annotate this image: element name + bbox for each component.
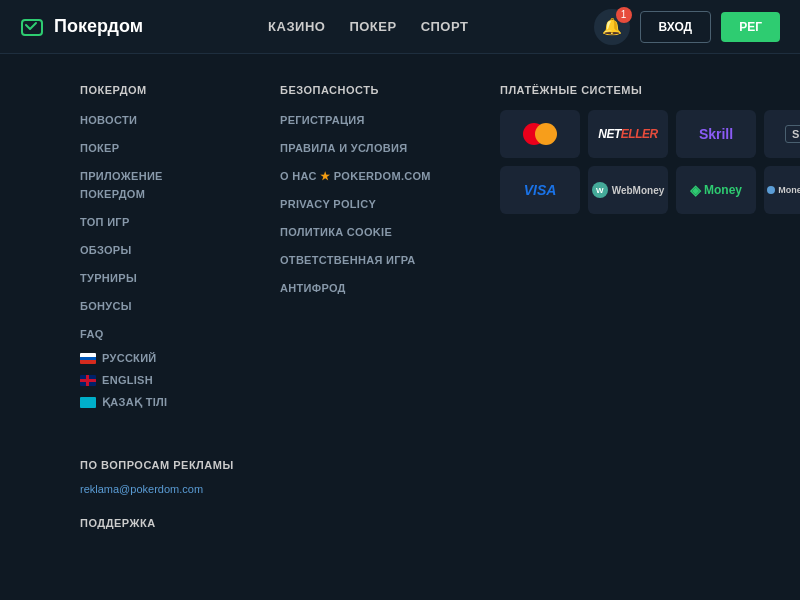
pokerdom-column: ПОКЕРДОМ НОВОСТИ ПОКЕР ПРИЛОЖЕНИЕ ПОКЕРД… [80,84,220,419]
main-content: ПОКЕРДОМ НОВОСТИ ПОКЕР ПРИЛОЖЕНИЕ ПОКЕРД… [0,54,800,567]
money-logo: ◈ Money [690,182,742,198]
list-item: АНТИФРОД [280,278,440,296]
header: Покердом КАЗИНО ПОКЕР СПОРТ 🔔 1 ВХОД РЕГ [0,0,800,54]
lang-en[interactable]: ENGLISH [80,374,220,386]
security-column: БЕЗОПАСНОСТЬ РЕГИСТРАЦИЯ ПРАВИЛА И УСЛОВ… [280,84,440,419]
flag-en [80,375,96,386]
link-app[interactable]: ПРИЛОЖЕНИЕ ПОКЕРДОМ [80,170,163,200]
link-poker[interactable]: ПОКЕР [80,142,119,154]
payments-column-title: ПЛАТЁЖНЫЕ СИСТЕМЫ [500,84,800,96]
link-news[interactable]: НОВОСТИ [80,114,137,126]
security-links: РЕГИСТРАЦИЯ ПРАВИЛА И УСЛОВИЯ О НАС ★ PO… [280,110,440,296]
lang-kz[interactable]: ҚАЗАҚ ТІЛІ [80,396,220,409]
payment-skrill[interactable]: Skrill [676,110,756,158]
link-responsible[interactable]: ОТВЕТСТВЕННАЯ ИГРА [280,254,416,266]
link-tournaments[interactable]: ТУРНИРЫ [80,272,137,284]
columns: ПОКЕРДОМ НОВОСТИ ПОКЕР ПРИЛОЖЕНИЕ ПОКЕРД… [80,84,720,419]
logo-text: Покердом [54,16,143,37]
list-item: ENGLISH [80,374,220,386]
payment-mastercard[interactable] [500,110,580,158]
webmoney-logo: W WebMoney [592,182,665,198]
payment-webmoney[interactable]: W WebMoney [588,166,668,214]
pokerdom-column-title: ПОКЕРДОМ [80,84,220,96]
link-faq[interactable]: FAQ [80,328,104,340]
pokerdom-links: НОВОСТИ ПОКЕР ПРИЛОЖЕНИЕ ПОКЕРДОМ ТОП ИГ… [80,110,220,409]
money-icon: ◈ [690,182,701,198]
list-item: ОТВЕТСТВЕННАЯ ИГРА [280,250,440,268]
link-antifraud[interactable]: АНТИФРОД [280,282,346,294]
list-item: ТУРНИРЫ [80,268,220,286]
link-about[interactable]: О НАС ★ POKERDOM.COM [280,170,431,182]
sms-logo: SMS [785,125,800,143]
payment-grid: NETELLER Skrill SMS VISA [500,110,800,214]
flag-kz [80,397,96,408]
header-right: 🔔 1 ВХОД РЕГ [594,9,780,45]
list-item: ҚАЗАҚ ТІЛІ [80,396,220,409]
support-title: ПОДДЕРЖКА [80,517,720,529]
advertising-section: ПО ВОПРОСАМ РЕКЛАМЫ reklama@pokerdom.com [80,459,720,497]
payment-sms[interactable]: SMS [764,110,800,158]
monetix-logo: Monetix Wallet [767,185,800,195]
advertising-email[interactable]: reklama@pokerdom.com [80,483,203,495]
webmoney-icon: W [592,182,608,198]
nav-poker[interactable]: ПОКЕР [349,19,396,34]
link-top[interactable]: ТОП ИГР [80,216,130,228]
notification-badge: 1 [616,7,632,23]
nav-links: КАЗИНО ПОКЕР СПОРТ [268,19,468,34]
login-button[interactable]: ВХОД [640,11,712,43]
monetix-dot [767,186,775,194]
bottom-sections: ПО ВОПРОСАМ РЕКЛАМЫ reklama@pokerdom.com… [80,459,720,537]
notifications-button[interactable]: 🔔 1 [594,9,630,45]
list-item: ПРАВИЛА И УСЛОВИЯ [280,138,440,156]
link-bonuses[interactable]: БОНУСЫ [80,300,132,312]
advertising-title: ПО ВОПРОСАМ РЕКЛАМЫ [80,459,720,471]
nav-casino[interactable]: КАЗИНО [268,19,325,34]
flag-ru [80,353,96,364]
list-item: О НАС ★ POKERDOM.COM [280,166,440,184]
lang-ru[interactable]: РУССКИЙ [80,352,220,364]
list-item: ПРИЛОЖЕНИЕ ПОКЕРДОМ [80,166,220,202]
logo-icon [20,14,46,40]
skrill-logo: Skrill [699,126,733,142]
link-cookie[interactable]: ПОЛИТИКА COOKIE [280,226,392,238]
payment-monetix[interactable]: Monetix Wallet [764,166,800,214]
nav-sport[interactable]: СПОРТ [421,19,469,34]
link-privacy[interactable]: PRIVACY POLICY [280,198,376,210]
mastercard-icon [523,123,557,145]
payment-visa[interactable]: VISA [500,166,580,214]
payments-column: ПЛАТЁЖНЫЕ СИСТЕМЫ NETELLER [500,84,800,419]
link-register[interactable]: РЕГИСТРАЦИЯ [280,114,365,126]
list-item: БОНУСЫ [80,296,220,314]
list-item: ПОКЕР [80,138,220,156]
link-reviews[interactable]: ОБЗОРЫ [80,244,132,256]
logo[interactable]: Покердом [20,14,143,40]
payment-money[interactable]: ◈ Money [676,166,756,214]
list-item: РУССКИЙ [80,352,220,364]
visa-logo: VISA [524,182,557,198]
list-item: FAQ [80,324,220,342]
link-rules[interactable]: ПРАВИЛА И УСЛОВИЯ [280,142,407,154]
list-item: ПОЛИТИКА COOKIE [280,222,440,240]
list-item: РЕГИСТРАЦИЯ [280,110,440,128]
register-button[interactable]: РЕГ [721,12,780,42]
payment-neteller[interactable]: NETELLER [588,110,668,158]
list-item: НОВОСТИ [80,110,220,128]
star-icon: ★ [320,170,330,182]
support-section: ПОДДЕРЖКА [80,517,720,537]
list-item: ОБЗОРЫ [80,240,220,258]
neteller-logo: NETELLER [598,127,657,141]
list-item: ТОП ИГР [80,212,220,230]
security-column-title: БЕЗОПАСНОСТЬ [280,84,440,96]
list-item: PRIVACY POLICY [280,194,440,212]
